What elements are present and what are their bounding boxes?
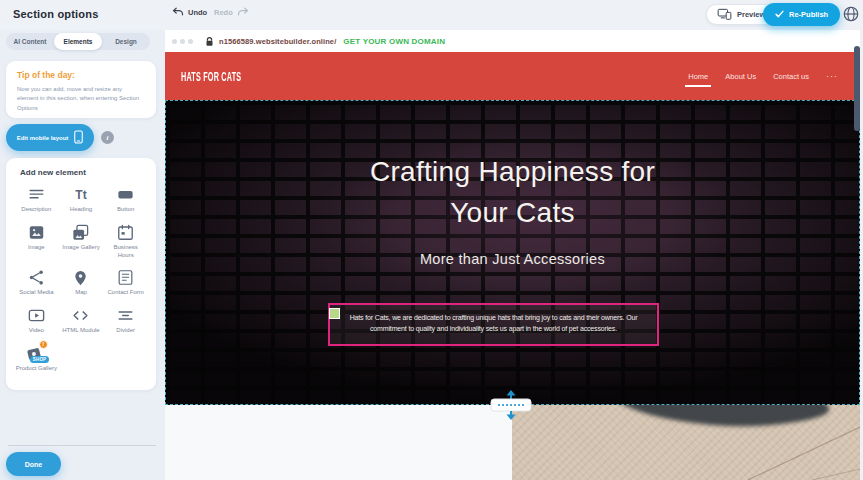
image-icon [27,223,46,242]
notification-badge: ! [39,340,48,349]
sidebar-divider [8,445,156,446]
button-icon [116,185,135,204]
browser-dots-icon [172,39,193,44]
section-resize-handle[interactable] [487,390,535,420]
element-image[interactable]: Image [14,223,59,260]
code-icon [71,306,90,325]
republish-button[interactable]: Re-Publish [763,3,840,26]
devices-icon [717,8,732,22]
next-section-background [165,405,512,480]
tip-body: Now you can add, move and resize any ele… [17,85,145,113]
tab-elements[interactable]: Elements [54,33,102,50]
element-label: Description [21,206,51,214]
nav-home[interactable]: Home [688,68,708,85]
site-preview: n1566589.websitebuilder.online/ GET YOUR… [165,30,860,480]
element-video[interactable]: Video [14,306,59,335]
element-map[interactable]: Map [59,268,104,297]
site-url: n1566589.websitebuilder.online/ [219,37,336,46]
site-logo[interactable]: HATS FOR CATS [181,69,241,83]
nav-about[interactable]: About Us [725,68,756,85]
info-icon[interactable]: i [101,131,114,144]
get-domain-link[interactable]: GET YOUR OWN DOMAIN [343,37,445,46]
element-label: Image Gallery [62,244,99,252]
video-icon [27,306,46,325]
form-icon [116,268,135,287]
image-gallery-icon [71,223,90,242]
element-grid: Description Tt Heading Button Image [14,185,148,373]
site-header: HATS FOR CATS Home About Us Contact us ·… [165,52,860,100]
hero-title: Crafting Happiness for Your Cats [166,151,859,233]
done-button[interactable]: Done [6,452,61,476]
element-label: Business Hours [105,244,147,260]
check-icon [775,10,784,20]
edit-mobile-layout-button[interactable]: Edit mobile layout [6,124,94,151]
element-label: Video [29,327,44,335]
site-nav: Home About Us Contact us ··· [688,52,838,100]
nav-more-icon[interactable]: ··· [826,71,838,81]
element-image-gallery[interactable]: Image Gallery [59,223,104,260]
element-label: HTML Module [62,327,99,335]
map-pin-icon [71,268,90,287]
shop-badge: SHOP [30,356,49,363]
selected-text-element[interactable]: Hats for Cats, we are dedicated to craft… [328,303,659,346]
element-label: Divider [116,327,135,335]
element-label: Image [28,244,45,252]
heading-icon: Tt [71,185,90,204]
element-social-media[interactable]: Social Media [14,268,59,297]
selection-handle[interactable] [329,308,340,319]
element-divider[interactable]: Divider [103,306,148,335]
element-label: Heading [70,206,92,214]
product-gallery-icon: ! SHOP [27,344,46,363]
calendar-icon [116,223,135,242]
undo-icon [172,7,184,18]
redo-label: Redo [214,8,233,17]
next-section-image [512,405,860,480]
browser-bar: n1566589.websitebuilder.online/ GET YOUR… [165,30,860,52]
hero-paragraph: Hats for Cats, we are dedicated to craft… [338,312,649,334]
undo-label: Undo [188,8,207,17]
hero-section[interactable]: Crafting Happiness for Your Cats More th… [165,100,860,405]
hero-subtitle: More than Just Accessories [166,251,859,267]
element-business-hours[interactable]: Business Hours [103,223,148,260]
tab-design[interactable]: Design [102,33,150,50]
edit-mobile-label: Edit mobile layout [17,135,69,141]
element-label: Contact Form [107,289,143,297]
element-product-gallery[interactable]: ! SHOP Product Gallery [14,344,59,373]
top-bar: Section options Undo Redo Preview Re-Pub… [0,0,863,30]
text-lines-icon [27,185,46,204]
tip-of-the-day-card: Tip of the day: Now you can add, move an… [6,61,156,118]
add-element-panel: Add new element Description Tt Heading B… [6,158,156,390]
preview-label: Preview [737,10,765,19]
element-label: Button [117,206,134,214]
cat-shadow-shape [617,405,829,426]
element-label: Social Media [19,289,53,297]
nav-contact[interactable]: Contact us [773,68,809,85]
add-element-heading: Add new element [20,168,148,177]
republish-label: Re-Publish [789,10,828,19]
language-globe-icon[interactable] [842,5,860,23]
element-description[interactable]: Description [14,185,59,214]
left-sidebar: AI Content Elements Design Tip of the da… [0,30,165,480]
sidebar-tabs: AI Content Elements Design [6,33,150,50]
page-title: Section options [13,8,99,20]
undo-button[interactable]: Undo [172,7,207,18]
tab-ai-content[interactable]: AI Content [6,33,54,50]
share-icon [27,268,46,287]
phone-icon [74,130,83,145]
redo-button[interactable]: Redo [214,7,249,18]
divider-icon [116,306,135,325]
scrollbar-thumb[interactable] [854,46,860,131]
tip-heading: Tip of the day: [17,70,145,80]
lock-icon [205,36,214,47]
element-button[interactable]: Button [103,185,148,214]
element-label: Map [75,289,87,297]
element-contact-form[interactable]: Contact Form [103,268,148,297]
element-label: Product Gallery [16,365,57,373]
element-heading[interactable]: Tt Heading [59,185,104,214]
element-html-module[interactable]: HTML Module [59,306,104,335]
redo-icon [237,7,249,18]
